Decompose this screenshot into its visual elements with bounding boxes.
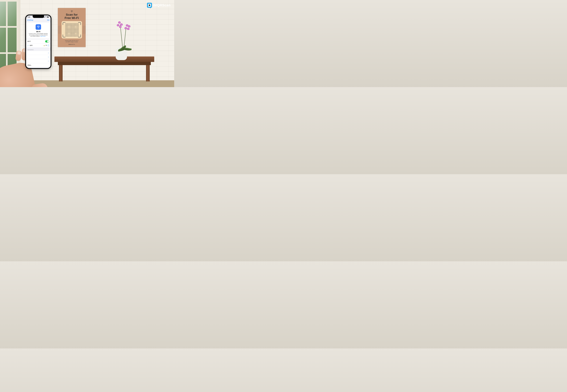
learn-more-link[interactable]: Learn more... [40,36,46,37]
wifi-icon [70,10,73,12]
network-loading-row [26,51,51,55]
network-loading-row [26,59,51,63]
wifi-toggle[interactable] [45,40,49,42]
brand-name: IMQRScan [153,3,171,7]
edit-button[interactable]: Edit [47,19,49,21]
nav-bar: Settings Edit [26,19,51,22]
svg-point-0 [71,12,72,12]
brand-icon [147,3,152,8]
phone-screen: 6:22 Settings Edit [26,15,51,68]
phone: 6:22 Settings Edit [25,14,52,69]
svg-point-10 [46,46,46,46]
qr-code [62,21,82,39]
wifi-poster: Scan for Free Wi-Fi Having trouble with … [58,8,86,47]
wifi-toggle-label: Wi-Fi [28,41,31,42]
battery-icon [47,16,49,18]
other-network-row[interactable]: Other... [26,63,51,67]
wifi-title: Wi-Fi [28,31,49,33]
network-name: WIFI [30,45,33,46]
status-time: 6:22 [28,16,30,18]
lock-icon: 🔒 [43,45,45,46]
poster-subtext: Having trouble with the Wi-Fi? Our staff… [65,40,79,43]
wooden-table [55,56,154,82]
check-icon: ✓ [28,44,29,46]
connected-network-row[interactable]: ✓ WIFI 🔒 i [26,43,51,47]
spinner-icon [47,56,49,58]
wifi-description: Connect to Wi-Fi, view available network… [28,33,49,37]
svg-rect-4 [44,16,44,18]
wifi-toggle-row: Wi-Fi [26,39,51,43]
wifi-header-section: Wi-Fi Connect to Wi-Fi, view available n… [26,22,51,39]
wifi-status-icon [45,16,47,18]
spinner-icon [47,60,49,62]
svg-rect-3 [44,17,44,18]
wifi-app-icon [36,24,41,30]
poster-company: Salford & Co. [68,44,75,45]
info-icon[interactable]: i [47,44,49,46]
back-button[interactable]: Settings [27,19,33,21]
poster-title: Scan for Free Wi-Fi [65,13,79,19]
network-loading-row [26,55,51,59]
svg-rect-7 [47,17,49,17]
phone-notch [33,15,44,18]
brand-logo: IMQRScan [147,3,171,8]
networks-section-header: NETWORKS [26,47,51,51]
spinner-icon [47,52,49,54]
svg-point-5 [46,17,46,17]
orchid-plant [113,18,134,50]
svg-point-9 [38,28,39,28]
wifi-signal-icon [45,45,47,46]
chevron-left-icon [27,19,28,21]
